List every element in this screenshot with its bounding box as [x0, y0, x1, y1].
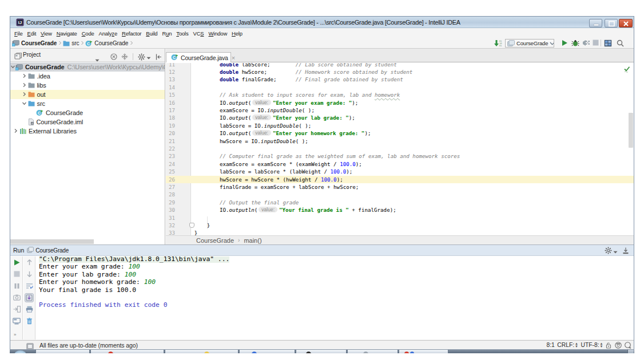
taskbar-button-6[interactable]	[347, 350, 398, 353]
tree-item--idea[interactable]: .idea	[10, 72, 165, 81]
tree-item-external-libraries[interactable]: External Libraries	[10, 127, 165, 136]
line-number-32: 32	[166, 222, 175, 229]
close-button[interactable]	[619, 19, 633, 27]
menu-file[interactable]: File	[12, 29, 25, 38]
line-number-31: 31	[166, 214, 175, 222]
menu-navigate[interactable]: Navigate	[54, 29, 79, 38]
tree-item-libs[interactable]: libs	[10, 81, 165, 90]
snapshot-button-icon[interactable]	[12, 293, 21, 302]
menu-edit[interactable]: Edit	[25, 29, 39, 38]
down-stacktrace-button-icon[interactable]	[25, 270, 34, 279]
line-separator-widget[interactable]: CRLF:▲▼	[557, 342, 578, 348]
start-orb-icon[interactable]	[14, 350, 26, 353]
tree-item-out[interactable]: out	[10, 90, 165, 99]
caret-position-widget[interactable]: 8:1	[546, 342, 554, 348]
line-number-28: 28	[166, 191, 175, 198]
project-header-actions	[110, 52, 162, 62]
line-number-22: 22	[166, 145, 175, 152]
run-settings-gear-icon[interactable]	[605, 247, 612, 254]
menu-window[interactable]: Window	[206, 29, 229, 38]
svg-text:01: 01	[499, 45, 502, 47]
console-token-pl: Enter your lab grade:	[39, 271, 125, 278]
stop-button-icon[interactable]	[593, 40, 599, 46]
tree-spacer	[22, 119, 28, 125]
tree-item-src[interactable]: src	[10, 99, 165, 108]
tree-chevron-open-icon[interactable]	[10, 64, 15, 70]
show-desktop-button[interactable]	[627, 349, 634, 353]
project-settings-gear-icon[interactable]	[138, 53, 145, 61]
console-output[interactable]: "C:\Program Files\Java\jdk1.8.0_131\bin\…	[36, 257, 634, 340]
menu-view[interactable]: View	[38, 29, 54, 38]
search-everywhere-icon[interactable]	[617, 40, 624, 47]
more-actions-icon[interactable]: »	[12, 330, 21, 339]
minimize-button[interactable]	[589, 19, 602, 27]
taskbar-button-1[interactable]	[35, 350, 90, 353]
menu-vcs[interactable]: VCS	[191, 29, 206, 38]
code-token-pl: IO.	[194, 130, 229, 136]
stop-process-button-icon[interactable]	[12, 270, 21, 279]
breadcrumb-coursegrade[interactable]: CourseGrade	[196, 237, 234, 244]
vcs-update-icon[interactable]: 011001	[493, 40, 502, 47]
menu-tools[interactable]: Tools	[174, 29, 190, 38]
hide-run-panel-icon[interactable]	[622, 247, 629, 254]
project-header[interactable]: Project	[10, 49, 165, 62]
taskbar-button-4[interactable]	[239, 350, 295, 353]
fold-marker-icon[interactable]	[189, 223, 194, 228]
tree-chevron-closed-icon[interactable]	[22, 92, 28, 98]
debug-button-icon[interactable]	[571, 40, 579, 47]
locate-file-icon[interactable]	[110, 53, 117, 60]
tab-close-icon[interactable]: ×	[232, 55, 235, 61]
menu-refactor[interactable]: Refactor	[120, 29, 144, 38]
tree-chevron-open-icon[interactable]	[22, 101, 28, 107]
tree-item-coursegrade[interactable]: CCourseGrade	[10, 108, 165, 117]
run-config-combo[interactable]: CourseGrade	[505, 39, 554, 48]
menu-run[interactable]: Run	[160, 29, 174, 38]
lock-open-icon[interactable]	[606, 342, 612, 349]
menu-analyze[interactable]: Analyze	[97, 29, 120, 38]
taskbar-button-5[interactable]	[296, 350, 347, 353]
show-console-button-icon[interactable]	[12, 317, 21, 326]
hide-panel-icon[interactable]	[155, 54, 162, 60]
editor-vertical-scrollbar[interactable]	[629, 113, 633, 148]
breadcrumb-main[interactable]: main()	[244, 237, 261, 244]
run-tab-coursegrade[interactable]: CourseGrade	[27, 245, 69, 255]
exit-button-icon[interactable]	[12, 305, 21, 314]
run-header[interactable]: Run CourseGrade	[10, 245, 634, 256]
code-token-pl: labScore = labScore * (labWeight /	[194, 168, 331, 175]
clear-console-button-icon[interactable]	[25, 317, 34, 326]
taskbar-button-2[interactable]	[90, 350, 164, 353]
encoding-widget[interactable]: UTF-8:▲▼	[581, 342, 603, 348]
title-bar[interactable]: IJ CourseGrade [C:\Users\user\Work\Курсы…	[10, 17, 634, 28]
tree-item-coursegrade[interactable]: CourseGrade C:\Users\user\Work\Курсы\Ude…	[10, 62, 165, 72]
tree-chevron-closed-icon[interactable]	[22, 73, 28, 80]
pause-button-icon[interactable]	[12, 281, 21, 290]
tool-windows-grid-icon[interactable]	[604, 40, 612, 47]
soft-wrap-button-icon[interactable]	[25, 281, 34, 290]
lib-icon	[19, 128, 26, 135]
run-body: » "C:\Program Files\Java\jdk1.8.0_131\bi…	[10, 257, 634, 340]
notification-bubble-icon[interactable]	[624, 342, 631, 349]
print-button-icon[interactable]	[25, 305, 34, 314]
coverage-button-icon[interactable]	[582, 40, 590, 46]
up-stacktrace-button-icon[interactable]	[25, 258, 34, 267]
maximize-button[interactable]	[605, 19, 618, 27]
run-button-icon[interactable]	[561, 40, 568, 46]
scroll-to-end-button-icon[interactable]	[25, 293, 34, 302]
tree-chevron-closed-icon[interactable]	[22, 82, 28, 89]
tree-item-coursegrade-iml[interactable]: CourseGrade.iml	[10, 117, 165, 127]
menu-help[interactable]: Help	[229, 29, 245, 38]
tree-chevron-closed-icon[interactable]	[13, 128, 19, 135]
taskbar-button-7[interactable]	[399, 350, 448, 353]
project-horizontal-scrollbar[interactable]	[10, 239, 94, 244]
menu-code[interactable]: Code	[79, 29, 97, 38]
code-token-pl: IO.	[194, 207, 229, 213]
menu-build[interactable]: Build	[144, 29, 160, 38]
inspections-ok-icon[interactable]	[623, 65, 630, 75]
taskbar-button-3[interactable]	[165, 350, 238, 353]
line-number-27: 27	[166, 183, 175, 191]
hector-icon[interactable]	[615, 342, 622, 349]
tab-coursegrade-java[interactable]: C CourseGrade.java ×	[166, 52, 231, 62]
code-editor[interactable]: double labScore; // Lab score obtained b…	[166, 63, 634, 235]
rerun-button-icon[interactable]	[12, 258, 21, 267]
collapse-all-icon[interactable]	[121, 53, 128, 60]
